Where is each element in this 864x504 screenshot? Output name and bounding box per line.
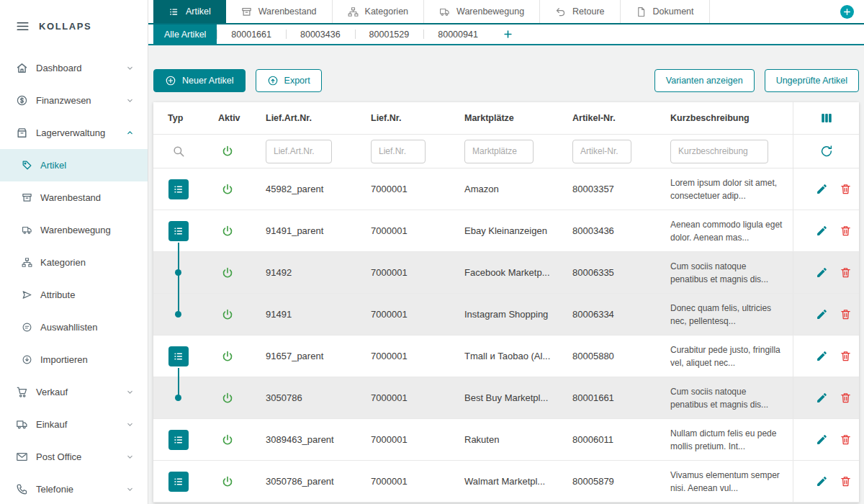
tab-artikel[interactable]: Artikel [153,0,226,23]
delete-icon[interactable] [840,433,852,446]
filter-marktplaetze-input[interactable] [464,140,534,163]
articles-table: Typ Aktiv Lief.Art.Nr. Lief.Nr. Marktplä… [153,102,859,503]
active-status-icon[interactable] [221,475,234,488]
edit-icon[interactable] [816,350,828,362]
tab-retoure[interactable]: Retoure [540,0,620,23]
filter-aktiv-cell [204,145,251,158]
active-status-icon[interactable] [221,392,234,405]
truck-icon [16,418,28,431]
menu-icon[interactable] [16,19,30,33]
delete-icon[interactable] [840,183,852,195]
export-button[interactable]: Export [256,69,322,92]
variant-list-icon[interactable] [168,430,189,450]
sidebar-item-label: Attribute [40,289,75,300]
variant-list-icon[interactable] [168,472,189,492]
active-filter-icon[interactable] [221,145,234,158]
sidebar-item-kategorien[interactable]: Kategorien [0,246,148,279]
column-header-aktiv: Aktiv [204,113,251,123]
add-tab-button[interactable] [840,5,854,19]
table-row[interactable]: 3050786 7000001 Best Buy Marketpl... 800… [153,377,859,419]
sidebar-item-attribute[interactable]: Attribute [0,279,148,311]
sidebar-item-importieren[interactable]: Importieren [0,343,148,376]
table-row[interactable]: 91492 7000001 Facebook Marketp... 800063… [153,252,859,294]
filter-lief-nr-input[interactable] [371,140,426,163]
edit-icon[interactable] [816,475,828,487]
ungepruefte-artikel-button[interactable]: Ungeprüfte Artikel [765,69,859,92]
delete-icon[interactable] [840,225,852,237]
sidebar-item-lagerverwaltung[interactable]: Lagerverwaltung [0,117,148,149]
subtab-article[interactable]: 80001661 [217,24,286,44]
filter-artikel-nr-input[interactable] [572,140,631,163]
import-icon [22,354,32,365]
neuer-artikel-button[interactable]: Neuer Artikel [153,69,246,92]
main-tab-bar: Artikel Warenbestand Kategorien Warenbew… [148,0,864,24]
active-status-icon[interactable] [221,225,234,238]
delete-icon[interactable] [840,350,852,362]
subtab-article[interactable]: 80000941 [423,24,492,44]
marktplatz-value: Walmart Marketpl... [450,476,558,487]
column-header-lief-art-nr: Lief.Art.Nr. [251,113,356,123]
subtab-article[interactable]: 80001529 [355,24,424,44]
tab-warenbestand[interactable]: Warenbestand [226,0,333,23]
sidebar-item-post-office[interactable]: Post Office [0,441,148,473]
edit-icon[interactable] [816,266,828,279]
edit-icon[interactable] [816,308,828,320]
edit-icon[interactable] [816,225,828,237]
variant-list-icon[interactable] [168,221,189,241]
sidebar-item-artikel[interactable]: Artikel [0,149,148,181]
tab-dokument[interactable]: Dokument [621,0,710,23]
add-article-tab-icon[interactable] [503,29,513,40]
active-status-icon[interactable] [221,308,234,321]
active-status-icon[interactable] [221,433,234,446]
refresh-icon[interactable] [820,145,833,158]
active-status-icon[interactable] [221,350,234,363]
table-header-row: Typ Aktiv Lief.Art.Nr. Lief.Nr. Marktplä… [153,102,859,135]
variant-list-icon[interactable] [168,179,189,199]
delete-icon[interactable] [840,266,852,279]
sidebar-item-label: Artikel [40,160,66,171]
sidebar-item-warenbewegung[interactable]: Warenbewegung [0,214,148,246]
edit-icon[interactable] [816,433,828,446]
variant-list-icon[interactable] [168,346,189,366]
delete-icon[interactable] [840,308,852,320]
table-row[interactable]: 91657_parent 7000001 Tmall и Taobao (Al.… [153,336,859,377]
varianten-anzeigen-button[interactable]: Varianten anzeigen [654,69,755,92]
sidebar-item-telefonie[interactable]: Telefonie [0,473,148,504]
filter-kurzbeschreibung-input[interactable] [670,140,768,163]
active-status-icon[interactable] [221,266,234,279]
table-row[interactable]: 3089463_parent 7000001 Rakuten 80006011 … [153,419,859,461]
table-row[interactable]: 91491 7000001 Instagram Shopping 8000633… [153,294,859,336]
filter-lief-art-nr-input[interactable] [266,140,332,163]
row-typ-cell [153,210,204,251]
cart-icon [16,386,28,398]
sidebar-item-einkauf[interactable]: Einkauf [0,408,148,441]
subtab-alle-artikel[interactable]: Alle Artikel [153,24,217,44]
active-status-icon[interactable] [221,183,234,196]
kurzbeschreibung-value: Nullam dictum felis eu pede mollis preti… [656,427,793,453]
row-actions [793,377,859,418]
table-row[interactable]: 3050786_parent 7000001 Walmart Marketpl.… [153,461,859,503]
columns-settings-icon[interactable] [820,112,833,125]
artikel-nr-value: 80006334 [558,309,656,320]
subtab-article[interactable]: 80003436 [286,24,355,44]
edit-icon[interactable] [816,183,828,195]
sidebar-item-label: Einkauf [36,419,67,430]
marktplatz-value: Instagram Shopping [450,309,558,320]
content-area: Neuer Artikel Export Varianten anzeigen … [148,69,864,503]
sidebar-item-verkauf[interactable]: Verkauf [0,376,148,408]
delete-icon[interactable] [840,475,852,487]
row-actions [793,461,859,502]
sidebar-item-dashboard[interactable]: Dashboard [0,52,148,84]
tab-warenbewegung[interactable]: Warenbewegung [424,0,540,23]
tab-kategorien[interactable]: Kategorien [333,0,424,23]
edit-icon[interactable] [816,392,828,404]
sidebar-item-finanzwesen[interactable]: Finanzwesen [0,84,148,117]
article-tab-bar: Alle Artikel 80001661 80003436 80001529 … [148,24,864,45]
lief-nr-value: 7000001 [356,392,450,403]
sidebar-item-auswahllisten[interactable]: Auswahllisten [0,311,148,343]
table-row[interactable]: 91491_parent 7000001 Ebay Kleinanzeigen … [153,210,859,252]
delete-icon[interactable] [840,392,852,404]
table-row[interactable]: 45982_parent 7000001 Amazon 80003357 Lor… [153,168,859,210]
lief-nr-value: 7000001 [356,476,450,487]
sidebar-item-warenbestand[interactable]: Warenbestand [0,181,148,214]
